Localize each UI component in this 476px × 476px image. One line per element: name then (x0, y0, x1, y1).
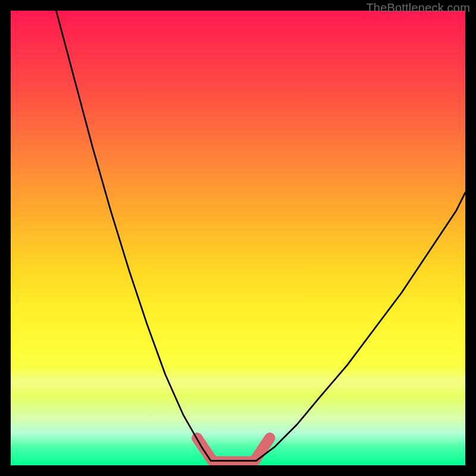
highlight-right (254, 438, 270, 462)
curve-layer (11, 11, 465, 465)
curve-right (256, 193, 465, 461)
chart-stage: TheBottleneck.com (0, 0, 476, 476)
curve-left (56, 11, 211, 461)
curve-group (56, 11, 465, 461)
plot-area (11, 11, 465, 465)
attribution-text: TheBottleneck.com (366, 1, 470, 15)
